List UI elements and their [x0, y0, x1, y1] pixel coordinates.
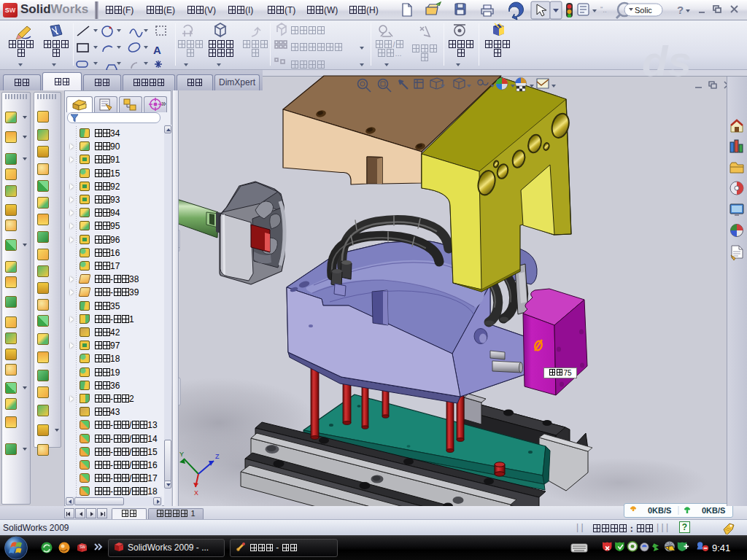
svg-text:Z: Z: [215, 453, 220, 460]
svg-text:A: A: [153, 44, 161, 56]
svg-text:Solic: Solic: [635, 6, 652, 15]
svg-text:SW: SW: [80, 545, 85, 549]
svg-text:!: !: [667, 546, 669, 551]
svg-text:?: ?: [677, 4, 684, 16]
svg-text:X: X: [194, 489, 198, 497]
svg-text:“..: “..: [600, 6, 607, 14]
svg-text:Y: Y: [179, 451, 184, 458]
